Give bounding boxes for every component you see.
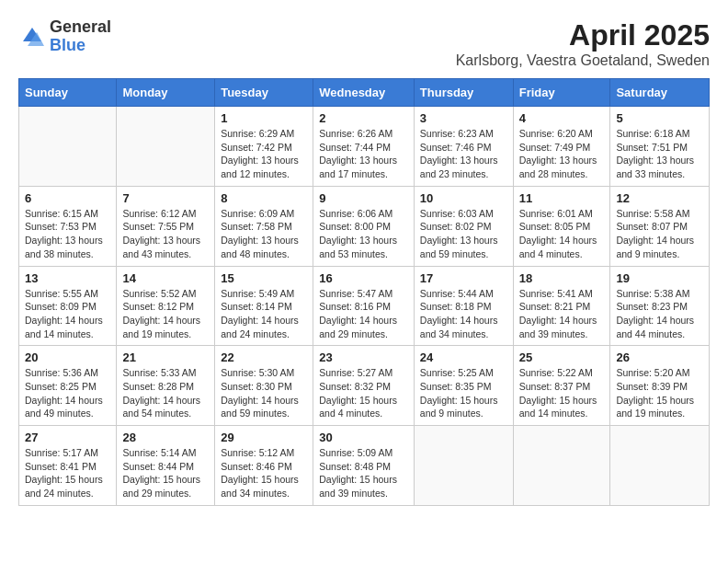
day-number: 18 xyxy=(519,271,605,285)
calendar-day-cell: 27Sunrise: 5:17 AM Sunset: 8:41 PM Dayli… xyxy=(19,426,117,506)
calendar-day-cell xyxy=(513,426,610,506)
calendar-day-header: Tuesday xyxy=(215,79,313,107)
day-number: 11 xyxy=(519,191,605,205)
day-number: 22 xyxy=(221,350,307,364)
calendar-day-cell: 6Sunrise: 6:15 AM Sunset: 7:53 PM Daylig… xyxy=(19,186,117,266)
day-info: Sunrise: 6:12 AM Sunset: 7:55 PM Dayligh… xyxy=(122,207,209,261)
day-info: Sunrise: 6:23 AM Sunset: 7:46 PM Dayligh… xyxy=(420,127,507,181)
day-info: Sunrise: 5:20 AM Sunset: 8:39 PM Dayligh… xyxy=(616,366,703,420)
calendar-day-cell: 24Sunrise: 5:25 AM Sunset: 8:35 PM Dayli… xyxy=(414,346,513,426)
day-info: Sunrise: 5:47 AM Sunset: 8:16 PM Dayligh… xyxy=(319,287,408,341)
calendar-day-cell: 29Sunrise: 5:12 AM Sunset: 8:46 PM Dayli… xyxy=(215,426,313,506)
calendar-day-cell: 16Sunrise: 5:47 AM Sunset: 8:16 PM Dayli… xyxy=(313,266,415,346)
page-header: General Blue April 2025 Karlsborg, Vaest… xyxy=(18,18,710,69)
day-number: 2 xyxy=(319,111,408,125)
calendar-day-cell xyxy=(19,107,117,187)
day-number: 9 xyxy=(319,191,408,205)
calendar-day-cell xyxy=(610,426,710,506)
logo: General Blue xyxy=(18,18,111,55)
day-info: Sunrise: 6:20 AM Sunset: 7:49 PM Dayligh… xyxy=(519,127,605,181)
calendar-body: 1Sunrise: 6:29 AM Sunset: 7:42 PM Daylig… xyxy=(19,107,710,506)
calendar-day-cell: 23Sunrise: 5:27 AM Sunset: 8:32 PM Dayli… xyxy=(313,346,415,426)
day-number: 28 xyxy=(122,431,209,444)
day-number: 4 xyxy=(519,111,605,125)
calendar-week-row: 13Sunrise: 5:55 AM Sunset: 8:09 PM Dayli… xyxy=(19,266,710,346)
calendar-week-row: 6Sunrise: 6:15 AM Sunset: 7:53 PM Daylig… xyxy=(19,186,710,266)
day-number: 5 xyxy=(616,111,703,125)
calendar-day-cell: 28Sunrise: 5:14 AM Sunset: 8:44 PM Dayli… xyxy=(117,426,215,506)
day-info: Sunrise: 6:03 AM Sunset: 8:02 PM Dayligh… xyxy=(420,207,507,261)
day-info: Sunrise: 5:30 AM Sunset: 8:30 PM Dayligh… xyxy=(221,366,307,420)
calendar-day-cell: 21Sunrise: 5:33 AM Sunset: 8:28 PM Dayli… xyxy=(117,346,215,426)
day-number: 15 xyxy=(221,271,307,285)
day-info: Sunrise: 5:09 AM Sunset: 8:48 PM Dayligh… xyxy=(319,446,408,500)
logo-icon xyxy=(18,23,46,51)
calendar-week-row: 1Sunrise: 6:29 AM Sunset: 7:42 PM Daylig… xyxy=(19,107,710,187)
calendar-day-cell: 17Sunrise: 5:44 AM Sunset: 8:18 PM Dayli… xyxy=(414,266,513,346)
day-number: 17 xyxy=(420,271,507,285)
page-subtitle: Karlsborg, Vaestra Goetaland, Sweden xyxy=(456,52,710,69)
calendar-day-cell: 18Sunrise: 5:41 AM Sunset: 8:21 PM Dayli… xyxy=(513,266,610,346)
day-number: 1 xyxy=(221,111,307,125)
day-number: 13 xyxy=(25,271,110,285)
day-info: Sunrise: 5:27 AM Sunset: 8:32 PM Dayligh… xyxy=(319,366,408,420)
day-info: Sunrise: 6:26 AM Sunset: 7:44 PM Dayligh… xyxy=(319,127,408,181)
day-info: Sunrise: 6:09 AM Sunset: 7:58 PM Dayligh… xyxy=(221,207,307,261)
day-info: Sunrise: 5:25 AM Sunset: 8:35 PM Dayligh… xyxy=(420,366,507,420)
day-info: Sunrise: 5:14 AM Sunset: 8:44 PM Dayligh… xyxy=(122,446,209,500)
day-info: Sunrise: 5:41 AM Sunset: 8:21 PM Dayligh… xyxy=(519,287,605,341)
day-info: Sunrise: 5:33 AM Sunset: 8:28 PM Dayligh… xyxy=(122,366,209,420)
calendar-day-cell: 20Sunrise: 5:36 AM Sunset: 8:25 PM Dayli… xyxy=(19,346,117,426)
calendar-day-cell: 9Sunrise: 6:06 AM Sunset: 8:00 PM Daylig… xyxy=(313,186,415,266)
calendar-day-cell: 3Sunrise: 6:23 AM Sunset: 7:46 PM Daylig… xyxy=(414,107,513,187)
day-info: Sunrise: 5:58 AM Sunset: 8:07 PM Dayligh… xyxy=(616,207,703,261)
day-number: 30 xyxy=(319,431,408,444)
calendar-day-cell xyxy=(117,107,215,187)
day-number: 24 xyxy=(420,350,507,364)
calendar-day-cell: 15Sunrise: 5:49 AM Sunset: 8:14 PM Dayli… xyxy=(215,266,313,346)
calendar-day-cell: 13Sunrise: 5:55 AM Sunset: 8:09 PM Dayli… xyxy=(19,266,117,346)
day-number: 7 xyxy=(122,191,209,205)
day-info: Sunrise: 5:55 AM Sunset: 8:09 PM Dayligh… xyxy=(25,287,110,341)
calendar-day-cell: 7Sunrise: 6:12 AM Sunset: 7:55 PM Daylig… xyxy=(117,186,215,266)
calendar-day-header: Saturday xyxy=(610,79,710,107)
day-number: 25 xyxy=(519,350,605,364)
calendar-day-cell: 12Sunrise: 5:58 AM Sunset: 8:07 PM Dayli… xyxy=(610,186,710,266)
day-number: 3 xyxy=(420,111,507,125)
day-number: 10 xyxy=(420,191,507,205)
calendar-week-row: 20Sunrise: 5:36 AM Sunset: 8:25 PM Dayli… xyxy=(19,346,710,426)
calendar-header-row: SundayMondayTuesdayWednesdayThursdayFrid… xyxy=(19,79,710,107)
day-info: Sunrise: 6:29 AM Sunset: 7:42 PM Dayligh… xyxy=(221,127,307,181)
calendar-day-cell: 5Sunrise: 6:18 AM Sunset: 7:51 PM Daylig… xyxy=(610,107,710,187)
day-number: 23 xyxy=(319,350,408,364)
day-number: 6 xyxy=(25,191,110,205)
calendar-day-cell: 14Sunrise: 5:52 AM Sunset: 8:12 PM Dayli… xyxy=(117,266,215,346)
calendar-day-header: Monday xyxy=(117,79,215,107)
calendar-day-header: Thursday xyxy=(414,79,513,107)
day-number: 14 xyxy=(122,271,209,285)
day-info: Sunrise: 5:17 AM Sunset: 8:41 PM Dayligh… xyxy=(25,446,110,500)
page-title: April 2025 xyxy=(456,18,710,52)
day-number: 12 xyxy=(616,191,703,205)
calendar-day-cell: 30Sunrise: 5:09 AM Sunset: 8:48 PM Dayli… xyxy=(313,426,415,506)
day-info: Sunrise: 5:22 AM Sunset: 8:37 PM Dayligh… xyxy=(519,366,605,420)
day-number: 20 xyxy=(25,350,110,364)
day-info: Sunrise: 6:01 AM Sunset: 8:05 PM Dayligh… xyxy=(519,207,605,261)
calendar-day-header: Wednesday xyxy=(313,79,415,107)
logo-blue-text: Blue xyxy=(50,37,111,55)
day-number: 27 xyxy=(25,431,110,444)
calendar-day-cell: 10Sunrise: 6:03 AM Sunset: 8:02 PM Dayli… xyxy=(414,186,513,266)
day-info: Sunrise: 6:06 AM Sunset: 8:00 PM Dayligh… xyxy=(319,207,408,261)
day-number: 29 xyxy=(221,431,307,444)
calendar-day-cell: 11Sunrise: 6:01 AM Sunset: 8:05 PM Dayli… xyxy=(513,186,610,266)
day-number: 19 xyxy=(616,271,703,285)
day-info: Sunrise: 5:12 AM Sunset: 8:46 PM Dayligh… xyxy=(221,446,307,500)
calendar-day-cell: 8Sunrise: 6:09 AM Sunset: 7:58 PM Daylig… xyxy=(215,186,313,266)
calendar-day-cell: 2Sunrise: 6:26 AM Sunset: 7:44 PM Daylig… xyxy=(313,107,415,187)
day-info: Sunrise: 5:38 AM Sunset: 8:23 PM Dayligh… xyxy=(616,287,703,341)
calendar-day-cell: 1Sunrise: 6:29 AM Sunset: 7:42 PM Daylig… xyxy=(215,107,313,187)
day-info: Sunrise: 5:44 AM Sunset: 8:18 PM Dayligh… xyxy=(420,287,507,341)
day-info: Sunrise: 5:36 AM Sunset: 8:25 PM Dayligh… xyxy=(25,366,110,420)
day-info: Sunrise: 5:49 AM Sunset: 8:14 PM Dayligh… xyxy=(221,287,307,341)
logo-general-text: General xyxy=(50,18,111,37)
